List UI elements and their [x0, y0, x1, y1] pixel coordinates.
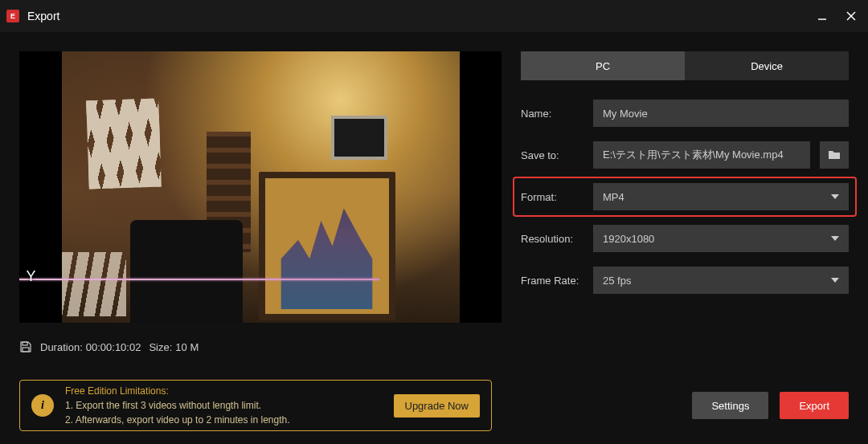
name-input[interactable]: My Movie — [593, 100, 849, 127]
duration-label: Duration: — [40, 341, 83, 353]
browse-button[interactable] — [820, 141, 849, 169]
save-to-label: Save to: — [521, 149, 583, 161]
limitations-box: i Free Edition Limitations: 1. Export th… — [19, 380, 492, 431]
preview-decor — [331, 116, 387, 160]
settings-button[interactable]: Settings — [692, 392, 768, 419]
export-target-tabs: PC Device — [521, 51, 849, 80]
preview-decor — [86, 98, 162, 189]
minimize-button[interactable] — [815, 9, 829, 23]
resolution-select[interactable]: 1920x1080 — [593, 225, 849, 252]
disk-icon — [19, 340, 32, 353]
timeline-marker-letter: Y — [27, 268, 36, 285]
svg-rect-3 — [23, 342, 27, 345]
row-name: Name: My Movie — [521, 100, 849, 127]
info-icon: i — [31, 394, 54, 417]
preview-decor — [62, 252, 126, 316]
limitations-line-2: 2. Afterwards, export video up to 2 minu… — [65, 413, 383, 427]
export-button[interactable]: Export — [780, 392, 849, 419]
footer: i Free Edition Limitations: 1. Export th… — [19, 380, 849, 431]
limitations-line-1: 1. Export the first 3 videos without len… — [65, 398, 383, 413]
window-title: Export — [27, 10, 815, 22]
frame-rate-label: Frame Rate: — [521, 275, 583, 287]
upgrade-button[interactable]: Upgrade Now — [394, 394, 481, 418]
timeline-marker-line — [19, 279, 379, 280]
svg-rect-4 — [23, 348, 29, 352]
window-controls — [815, 9, 858, 23]
close-button[interactable] — [844, 9, 858, 23]
tab-device[interactable]: Device — [685, 51, 849, 80]
preview-frame: Y — [62, 51, 460, 323]
content: Y Duration: 00:00:10:02 Size: 10 M PC De… — [0, 32, 868, 353]
tab-pc[interactable]: PC — [521, 51, 685, 80]
size-label: Size: — [149, 341, 172, 353]
name-label: Name: — [521, 108, 583, 120]
preview-decor — [259, 172, 395, 320]
titlebar: E Export — [0, 0, 868, 32]
right-panel: PC Device Name: My Movie Save to: E:\テスト… — [521, 51, 849, 353]
video-preview: Y — [19, 51, 502, 323]
row-save-to: Save to: E:\テスト用\テスト素材\My Movie.mp4 — [521, 141, 849, 169]
row-resolution: Resolution: 1920x1080 — [521, 225, 849, 252]
format-label: Format: — [521, 191, 583, 203]
save-to-input[interactable]: E:\テスト用\テスト素材\My Movie.mp4 — [593, 141, 810, 169]
size-value: 10 M — [175, 341, 199, 353]
app-icon: E — [6, 10, 19, 22]
export-form: Name: My Movie Save to: E:\テスト用\テスト素材\My… — [521, 100, 849, 294]
preview-decor — [130, 220, 243, 323]
format-select[interactable]: MP4 — [593, 183, 849, 210]
folder-icon — [828, 149, 841, 161]
row-frame-rate: Frame Rate: 25 fps — [521, 267, 849, 294]
preview-info: Duration: 00:00:10:02 Size: 10 M — [19, 340, 502, 353]
duration-value: 00:00:10:02 — [86, 341, 141, 353]
row-format: Format: MP4 — [513, 177, 857, 217]
resolution-label: Resolution: — [521, 233, 583, 245]
limitations-title: Free Edition Limitations: — [65, 384, 383, 398]
frame-rate-select[interactable]: 25 fps — [593, 267, 849, 294]
limitations-text: Free Edition Limitations: 1. Export the … — [65, 384, 383, 427]
left-panel: Y Duration: 00:00:10:02 Size: 10 M — [19, 51, 502, 353]
